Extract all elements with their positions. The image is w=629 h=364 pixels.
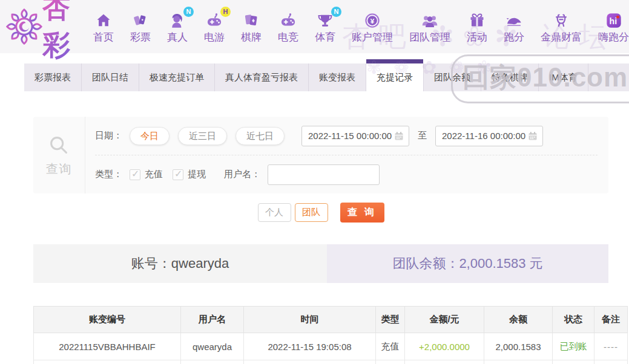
search-block: 查询	[33, 117, 85, 193]
coin-icon: ¥	[364, 10, 381, 29]
tab-label: 团队日结	[92, 72, 128, 82]
personal-button[interactable]: 个人	[258, 203, 291, 222]
preset-last3days-button[interactable]: 近三日	[178, 127, 227, 145]
home-icon	[95, 10, 112, 29]
svg-text:¥: ¥	[370, 16, 375, 24]
date-to-input[interactable]: 2022-11-16 00:00:00	[435, 126, 543, 146]
tab-label: 极速充提订单	[150, 72, 204, 82]
tab-team-daily[interactable]: 团队日结	[82, 63, 139, 91]
nav-label: 彩票	[130, 30, 151, 44]
nav-item-jinding-wealth[interactable]: 金鼎财富	[541, 10, 582, 44]
preset-label: 今日	[140, 131, 159, 141]
filter-form: 日期： 今日 近三日 近七日 2022-11-15 00:00:00 至 202…	[85, 117, 608, 193]
nav-label: 账户管理	[352, 30, 393, 44]
nav-label: 电竞	[278, 30, 298, 44]
nav-item-activities[interactable]: 活动	[467, 10, 487, 44]
cell-type: 充值	[376, 333, 405, 360]
tab-label: 特免棋牌	[492, 72, 528, 82]
type-label: 类型：	[95, 169, 122, 180]
tab-team-balance[interactable]: 团队余额	[424, 63, 481, 91]
nav-item-sports[interactable]: N 体育	[315, 10, 335, 44]
tab-balance-change-report[interactable]: 账变报表	[309, 63, 366, 91]
header-note: 备注	[594, 307, 628, 333]
actions-row: 个人 团队 查 询	[33, 203, 608, 223]
gamepad-icon: H	[206, 10, 223, 29]
withdraw-checkbox[interactable]	[173, 169, 183, 180]
team-icon	[421, 10, 438, 29]
username-input[interactable]	[268, 164, 380, 185]
tab-label: 团队余额	[434, 72, 470, 82]
search-icon	[47, 133, 72, 158]
date-from-input[interactable]: 2022-11-15 00:00:00	[301, 126, 409, 146]
tab-im-sports[interactable]: IM体育	[539, 63, 588, 91]
esports-gamepad-icon	[280, 10, 297, 29]
table-row-partial	[34, 360, 628, 364]
nav-label: 活动	[467, 30, 487, 44]
nav-item-paofen[interactable]: 跑分	[504, 10, 524, 44]
calendar-icon[interactable]	[528, 131, 538, 141]
nav-label: 团队管理	[409, 30, 450, 44]
tab-label: 彩票报表	[35, 72, 71, 82]
table-row: 20221115VBBAHHBAIF qwearyda 2022-11-15 1…	[34, 333, 628, 360]
header-change-id: 账变编号	[34, 307, 181, 333]
tab-fast-orders[interactable]: 极速充提订单	[139, 63, 215, 91]
header-balance: 余额	[484, 307, 553, 333]
svg-text:hi: hi	[609, 16, 616, 25]
username-label: 用户名：	[224, 169, 260, 180]
cell-amount: +2,000.0000	[405, 333, 484, 360]
cell-status: 已到账	[553, 333, 594, 360]
date-to-value: 2022-11-16 00:00:00	[442, 131, 528, 141]
egames-badge: H	[220, 7, 231, 17]
header-status: 状态	[553, 307, 594, 333]
account-block: 账号： qwearyda	[33, 244, 327, 283]
deposit-checkbox-group[interactable]: 充值	[130, 169, 163, 180]
team-balance-label: 团队余额：	[392, 255, 459, 273]
tab-lottery-report[interactable]: 彩票报表	[24, 63, 82, 91]
report-tabbar: 彩票报表 团队日结 极速充提订单 真人体育盈亏报表 账变报表 充提记录 团队余额…	[24, 63, 629, 91]
nav-item-egames[interactable]: H 电游	[204, 10, 225, 44]
nav-item-account-management[interactable]: ¥ 账户管理	[352, 10, 393, 44]
ding-vessel-icon	[553, 10, 570, 29]
nav-label: 棋牌	[241, 30, 262, 44]
nav-item-live[interactable]: N 真人	[167, 10, 188, 44]
nav-label: 电游	[204, 30, 225, 44]
nav-item-lottery[interactable]: 彩票	[130, 10, 151, 44]
tab-label: 充提记录	[377, 72, 413, 82]
header-amount: 金额/元	[405, 307, 484, 333]
nav-item-hi-paofen[interactable]: hi 嗨跑分	[598, 10, 629, 44]
nav-label: 金鼎财富	[541, 30, 582, 44]
header-username: 用户名	[181, 307, 244, 333]
top-navbar: 杏彩 首页 彩票	[0, 0, 629, 53]
calendar-icon[interactable]	[394, 131, 404, 141]
tab-label: IM体育	[549, 72, 578, 82]
date-label: 日期：	[95, 130, 122, 141]
deposit-checkbox-label: 充值	[145, 169, 163, 180]
brand-logo[interactable]: 杏彩	[6, 0, 85, 64]
nav-item-boardgames[interactable]: 棋牌	[241, 10, 262, 44]
rhino-logo-icon	[506, 10, 522, 29]
nav-item-team-management[interactable]: 团队管理	[409, 10, 450, 44]
tab-special-boardgames[interactable]: 特免棋牌	[481, 63, 539, 91]
cell-note: ----	[594, 333, 628, 360]
query-button[interactable]: 查 询	[340, 203, 384, 223]
nav-item-esports[interactable]: 电竞	[278, 10, 298, 44]
preset-label: 近七日	[246, 131, 274, 141]
header-time: 时间	[244, 307, 376, 333]
tab-deposit-withdraw-records[interactable]: 充提记录	[366, 63, 424, 91]
preset-today-button[interactable]: 今日	[130, 127, 170, 145]
deposit-checkbox[interactable]	[130, 169, 140, 180]
search-word: 查询	[46, 161, 73, 177]
team-button[interactable]: 团队	[295, 203, 328, 222]
header-type: 类型	[376, 307, 405, 333]
date-filter-row: 日期： 今日 近三日 近七日 2022-11-15 00:00:00 至 202…	[95, 117, 608, 155]
nav-item-home[interactable]: 首页	[93, 10, 114, 44]
tab-live-sports-pl[interactable]: 真人体育盈亏报表	[215, 63, 309, 91]
tab-label: 账变报表	[319, 72, 355, 82]
cell-time: 2022-11-15 19:05:08	[244, 333, 376, 360]
preset-last7days-button[interactable]: 近七日	[235, 127, 285, 145]
withdraw-checkbox-group[interactable]: 提现	[173, 169, 206, 180]
records-table: 账变编号 用户名 时间 类型 金额/元 余额 状态 备注 20221115VBB…	[33, 306, 628, 364]
date-from-value: 2022-11-15 00:00:00	[308, 131, 394, 141]
team-balance-value: 2,000.1583 元	[459, 255, 542, 273]
filter-panel: 查询 日期： 今日 近三日 近七日 2022-11-15 00:00:00 至	[33, 117, 608, 193]
